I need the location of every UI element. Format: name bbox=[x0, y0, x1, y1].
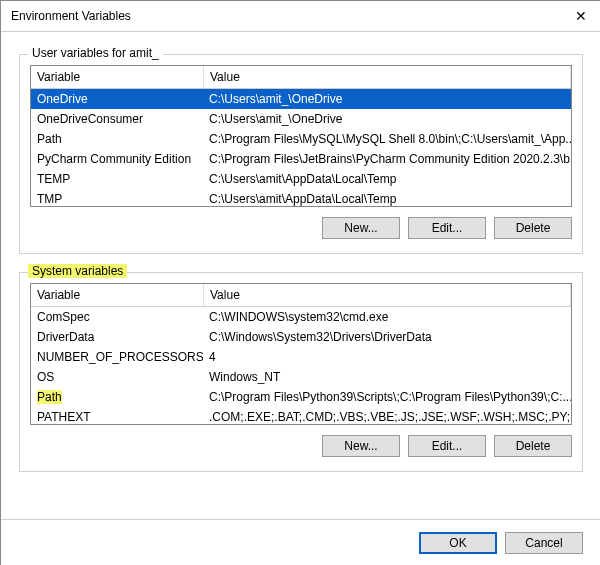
cell-variable: Path bbox=[31, 129, 203, 149]
cell-variable: TEMP bbox=[31, 169, 203, 189]
table-row[interactable]: PathC:\Program Files\MySQL\MySQL Shell 8… bbox=[31, 129, 571, 149]
cancel-button[interactable]: Cancel bbox=[505, 532, 583, 554]
col-variable[interactable]: Variable bbox=[31, 66, 204, 88]
ok-button[interactable]: OK bbox=[419, 532, 497, 554]
titlebar: Environment Variables ✕ bbox=[1, 1, 600, 32]
table-row[interactable]: TMPC:\Users\amit\AppData\Local\Temp bbox=[31, 189, 571, 207]
cell-variable: OneDrive bbox=[31, 89, 203, 109]
window-title: Environment Variables bbox=[11, 9, 561, 23]
cell-value: C:\Users\amit_\OneDrive bbox=[203, 109, 571, 129]
user-variables-list[interactable]: Variable Value OneDriveC:\Users\amit_\On… bbox=[30, 65, 572, 207]
system-new-button[interactable]: New... bbox=[322, 435, 400, 457]
cell-variable: DriverData bbox=[31, 327, 203, 347]
user-edit-button[interactable]: Edit... bbox=[408, 217, 486, 239]
table-row[interactable]: TEMPC:\Users\amit\AppData\Local\Temp bbox=[31, 169, 571, 189]
col-value[interactable]: Value bbox=[204, 284, 571, 306]
system-variables-list[interactable]: Variable Value ComSpecC:\WINDOWS\system3… bbox=[30, 283, 572, 425]
table-row[interactable]: ComSpecC:\WINDOWS\system32\cmd.exe bbox=[31, 307, 571, 327]
user-variables-legend: User variables for amit_ bbox=[28, 46, 163, 60]
cell-value: C:\Windows\System32\Drivers\DriverData bbox=[203, 327, 571, 347]
cell-value: Windows_NT bbox=[203, 367, 571, 387]
system-edit-button[interactable]: Edit... bbox=[408, 435, 486, 457]
col-variable[interactable]: Variable bbox=[31, 284, 204, 306]
list-header[interactable]: Variable Value bbox=[31, 66, 571, 89]
cell-value: C:\WINDOWS\system32\cmd.exe bbox=[203, 307, 571, 327]
cell-value: C:\Users\amit\AppData\Local\Temp bbox=[203, 169, 571, 189]
cell-value: .COM;.EXE;.BAT;.CMD;.VBS;.VBE;.JS;.JSE;.… bbox=[203, 407, 571, 425]
cell-variable: ComSpec bbox=[31, 307, 203, 327]
system-variables-group: System variables Variable Value ComSpecC… bbox=[19, 272, 583, 472]
close-icon[interactable]: ✕ bbox=[561, 8, 600, 24]
cell-value: C:\Users\amit_\OneDrive bbox=[203, 89, 571, 109]
dialog-footer: OK Cancel bbox=[1, 519, 600, 565]
cell-variable: PyCharm Community Edition bbox=[31, 149, 203, 169]
cell-variable: OneDriveConsumer bbox=[31, 109, 203, 129]
system-delete-button[interactable]: Delete bbox=[494, 435, 572, 457]
cell-variable: NUMBER_OF_PROCESSORS bbox=[31, 347, 203, 367]
user-delete-button[interactable]: Delete bbox=[494, 217, 572, 239]
user-new-button[interactable]: New... bbox=[322, 217, 400, 239]
table-row[interactable]: PyCharm Community EditionC:\Program File… bbox=[31, 149, 571, 169]
table-row[interactable]: PATHEXT.COM;.EXE;.BAT;.CMD;.VBS;.VBE;.JS… bbox=[31, 407, 571, 425]
col-value[interactable]: Value bbox=[204, 66, 571, 88]
cell-variable: TMP bbox=[31, 189, 203, 207]
user-variables-group: User variables for amit_ Variable Value … bbox=[19, 54, 583, 254]
cell-variable: OS bbox=[31, 367, 203, 387]
cell-value: 4 bbox=[203, 347, 571, 367]
cell-value: C:\Users\amit\AppData\Local\Temp bbox=[203, 189, 571, 207]
table-row[interactable]: DriverDataC:\Windows\System32\Drivers\Dr… bbox=[31, 327, 571, 347]
list-header[interactable]: Variable Value bbox=[31, 284, 571, 307]
cell-variable: Path bbox=[31, 387, 203, 407]
env-vars-dialog: Environment Variables ✕ User variables f… bbox=[0, 0, 600, 565]
cell-variable: PATHEXT bbox=[31, 407, 203, 425]
table-row[interactable]: OneDriveConsumerC:\Users\amit_\OneDrive bbox=[31, 109, 571, 129]
table-row[interactable]: OSWindows_NT bbox=[31, 367, 571, 387]
table-row[interactable]: PathC:\Program Files\Python39\Scripts\;C… bbox=[31, 387, 571, 407]
cell-value: C:\Program Files\Python39\Scripts\;C:\Pr… bbox=[203, 387, 571, 407]
table-row[interactable]: NUMBER_OF_PROCESSORS4 bbox=[31, 347, 571, 367]
table-row[interactable]: OneDriveC:\Users\amit_\OneDrive bbox=[31, 89, 571, 109]
cell-value: C:\Program Files\JetBrains\PyCharm Commu… bbox=[203, 149, 571, 169]
system-variables-legend: System variables bbox=[28, 264, 127, 278]
cell-value: C:\Program Files\MySQL\MySQL Shell 8.0\b… bbox=[203, 129, 571, 149]
